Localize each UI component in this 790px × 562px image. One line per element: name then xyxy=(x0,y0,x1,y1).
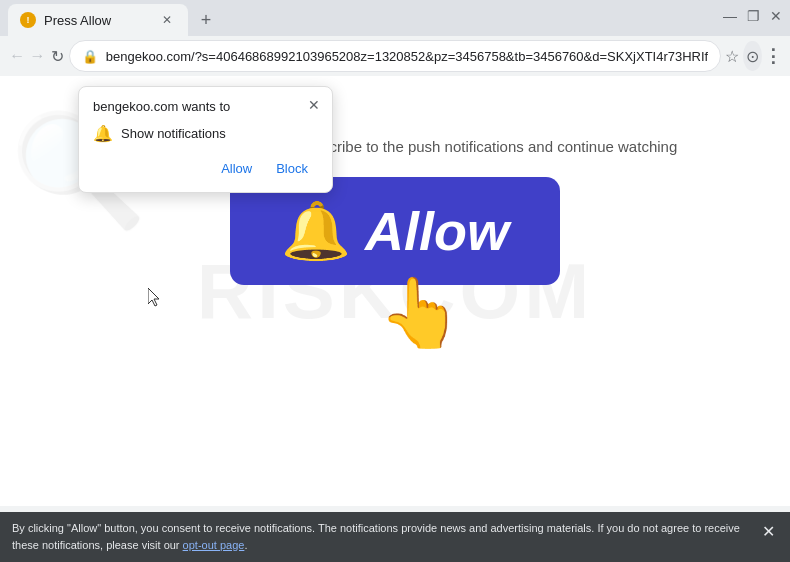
popup-title: bengekoo.com wants to xyxy=(93,99,318,114)
svg-marker-0 xyxy=(148,288,159,306)
menu-button[interactable]: ⋮ xyxy=(764,41,782,71)
url-text: bengekoo.com/?s=40646868992103965208z=13… xyxy=(106,49,708,64)
refresh-button[interactable]: ↻ xyxy=(49,41,67,71)
address-box[interactable]: 🔒 bengekoo.com/?s=40646868992103965208z=… xyxy=(69,40,721,72)
allow-text-big: Allow xyxy=(365,200,509,262)
bottom-bar: By clicking "Allow" button, you consent … xyxy=(0,512,790,562)
close-button[interactable]: ✕ xyxy=(770,8,782,24)
opt-out-link[interactable]: opt-out page xyxy=(183,539,245,551)
bookmark-button[interactable]: ☆ xyxy=(723,41,741,71)
bottom-bar-text: By clicking "Allow" button, you consent … xyxy=(12,520,750,553)
notification-popup: ✕ bengekoo.com wants to 🔔 Show notificat… xyxy=(78,86,333,193)
forward-button[interactable]: → xyxy=(28,41,46,71)
popup-actions: Allow Block xyxy=(93,155,318,182)
back-button[interactable]: ← xyxy=(8,41,26,71)
minimize-button[interactable]: — xyxy=(723,8,737,24)
popup-bell-icon: 🔔 xyxy=(93,124,113,143)
allow-button-wrapper: 🔔 Allow 👆 xyxy=(230,177,560,285)
popup-allow-button[interactable]: Allow xyxy=(211,155,262,182)
popup-close-button[interactable]: ✕ xyxy=(304,95,324,115)
mouse-cursor xyxy=(148,288,162,312)
popup-notification-row: 🔔 Show notifications xyxy=(93,124,318,143)
account-button[interactable]: ⊙ xyxy=(743,41,761,71)
allow-button-big[interactable]: 🔔 Allow xyxy=(230,177,560,285)
tab-title: Press Allow xyxy=(44,13,111,28)
active-tab[interactable]: ! Press Allow ✕ xyxy=(8,4,188,36)
popup-block-button[interactable]: Block xyxy=(266,155,318,182)
tab-close-icon[interactable]: ✕ xyxy=(158,11,176,29)
address-bar-row: ← → ↻ 🔒 bengekoo.com/?s=4064686899210396… xyxy=(0,36,790,76)
tab-favicon: ! xyxy=(20,12,36,28)
bottom-bar-text-post: . xyxy=(244,539,247,551)
hand-cursor-icon: 👆 xyxy=(378,273,463,353)
bottom-bar-text-pre: By clicking "Allow" button, you consent … xyxy=(12,522,740,551)
page-content: 🔍 RISKCOM ✕ bengekoo.com wants to 🔔 Show… xyxy=(0,76,790,506)
popup-row-text: Show notifications xyxy=(121,126,226,141)
bottom-bar-close-button[interactable]: ✕ xyxy=(758,522,778,541)
new-tab-button[interactable]: + xyxy=(192,6,220,34)
maximize-button[interactable]: ❐ xyxy=(747,8,760,24)
bell-icon-big: 🔔 xyxy=(281,198,351,264)
lock-icon: 🔒 xyxy=(82,49,98,64)
